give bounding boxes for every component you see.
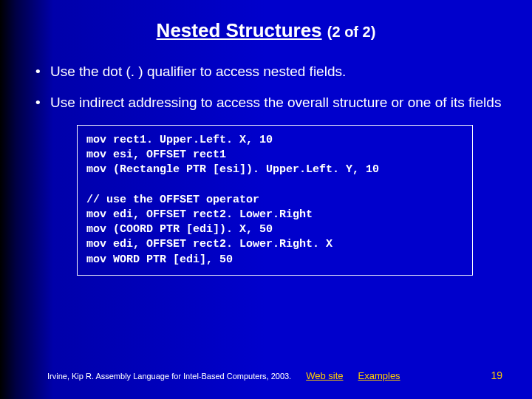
website-link[interactable]: Web site <box>306 370 343 381</box>
title-main: Nested Structures <box>157 19 322 41</box>
page-number: 19 <box>491 369 502 381</box>
bullet-item: Use indirect addressing to access the ov… <box>33 94 502 112</box>
citation-text: Irvine, Kip R. Assembly Language for Int… <box>47 372 291 381</box>
code-block: mov rect1. Upper.Left. X, 10 mov esi, OF… <box>77 125 473 276</box>
title-sub: (2 of 2) <box>327 24 376 40</box>
slide-footer: Irvine, Kip R. Assembly Language for Int… <box>0 369 532 381</box>
slide: Nested Structures (2 of 2) Use the dot (… <box>0 0 532 276</box>
bullet-list: Use the dot (. ) qualifier to access nes… <box>33 63 502 112</box>
slide-title: Nested Structures (2 of 2) <box>30 19 502 42</box>
bullet-item: Use the dot (. ) qualifier to access nes… <box>33 63 502 81</box>
examples-link[interactable]: Examples <box>358 370 400 381</box>
